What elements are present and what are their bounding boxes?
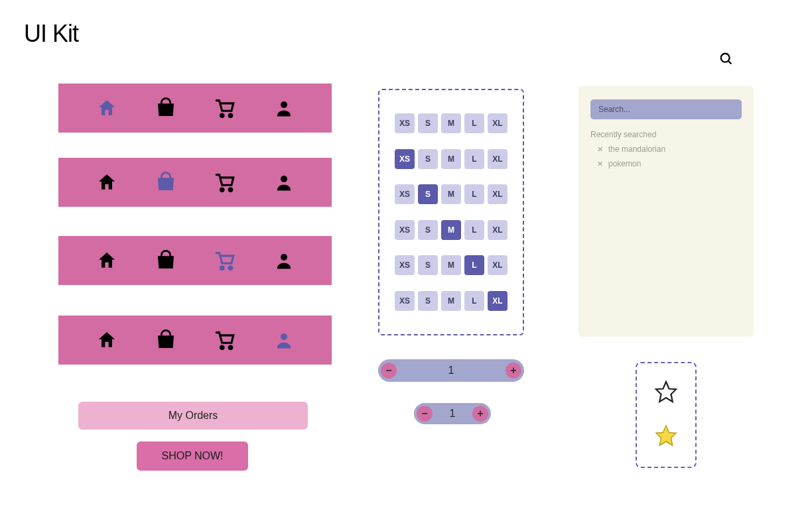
- size-xl[interactable]: XL: [488, 149, 508, 169]
- recently-searched-title: Recently searched: [590, 130, 742, 139]
- size-s[interactable]: S: [418, 220, 438, 240]
- user-icon[interactable]: [271, 327, 297, 353]
- bag-icon[interactable]: [153, 327, 178, 353]
- size-m[interactable]: M: [441, 255, 461, 275]
- svg-point-4: [281, 101, 287, 108]
- size-l[interactable]: L: [464, 220, 484, 240]
- recent-search-item[interactable]: ✕ pokemon: [597, 159, 742, 168]
- size-xs[interactable]: XS: [395, 184, 415, 204]
- size-s[interactable]: S: [418, 113, 438, 133]
- plus-button[interactable]: +: [472, 406, 488, 422]
- size-row-l: XS S M L XL: [395, 255, 508, 275]
- size-xs[interactable]: XS: [395, 255, 415, 275]
- quantity-stepper-small: − 1 +: [414, 403, 491, 424]
- size-row-s: XS S M L XL: [395, 184, 508, 204]
- size-l[interactable]: L: [464, 149, 484, 169]
- size-xl[interactable]: XL: [488, 184, 508, 204]
- size-l[interactable]: L: [464, 184, 484, 204]
- minus-button[interactable]: −: [381, 363, 397, 379]
- recent-search-label: the mandalorian: [608, 145, 665, 154]
- bag-icon[interactable]: [153, 248, 178, 273]
- cart-icon[interactable]: [212, 248, 237, 273]
- star-filled-icon[interactable]: [654, 424, 678, 450]
- cart-icon[interactable]: [212, 327, 237, 353]
- user-icon[interactable]: [271, 95, 297, 121]
- size-row-xl: XS S M L XL: [395, 291, 508, 311]
- minus-button[interactable]: −: [417, 406, 433, 422]
- size-row-xs: XS S M L XL: [395, 149, 508, 169]
- svg-marker-14: [656, 382, 676, 402]
- size-xs[interactable]: XS: [395, 149, 415, 169]
- size-l[interactable]: L: [464, 291, 484, 311]
- size-m[interactable]: M: [441, 113, 461, 133]
- nav-bar-bag-active: [58, 158, 332, 207]
- svg-point-6: [229, 188, 232, 192]
- svg-point-9: [229, 266, 232, 270]
- size-m[interactable]: M: [441, 149, 461, 169]
- recent-search-item[interactable]: ✕ the mandalorian: [597, 145, 742, 154]
- size-l[interactable]: L: [464, 113, 484, 133]
- size-s[interactable]: S: [418, 255, 438, 275]
- size-s[interactable]: S: [418, 291, 438, 311]
- cart-icon[interactable]: [212, 170, 237, 195]
- page-title: UI Kit: [24, 20, 78, 48]
- svg-point-8: [220, 266, 224, 270]
- nav-bar-cart-active: [58, 236, 332, 285]
- svg-point-12: [229, 346, 232, 349]
- svg-point-5: [220, 188, 224, 192]
- svg-point-10: [281, 254, 287, 261]
- size-xs[interactable]: XS: [395, 291, 415, 311]
- size-m[interactable]: M: [441, 291, 461, 311]
- size-m[interactable]: M: [441, 220, 461, 240]
- size-xs[interactable]: XS: [395, 220, 415, 240]
- size-xs[interactable]: XS: [395, 113, 415, 133]
- size-l[interactable]: L: [464, 255, 484, 275]
- quantity-value: 1: [448, 365, 454, 377]
- user-icon[interactable]: [271, 170, 297, 195]
- size-s[interactable]: S: [418, 184, 438, 204]
- bag-icon[interactable]: [153, 170, 178, 195]
- size-row-m: XS S M L XL: [395, 220, 508, 240]
- shop-now-button[interactable]: SHOP NOW!: [137, 441, 248, 471]
- search-input[interactable]: [590, 99, 742, 119]
- svg-line-1: [728, 61, 732, 64]
- quantity-stepper-large: − 1 +: [378, 359, 524, 382]
- size-xl[interactable]: XL: [488, 220, 508, 240]
- svg-point-2: [220, 114, 224, 117]
- quantity-value: 1: [450, 408, 456, 420]
- star-outline-icon[interactable]: [654, 380, 678, 406]
- star-panel: [636, 362, 697, 468]
- my-orders-button[interactable]: My Orders: [78, 402, 308, 430]
- svg-point-11: [220, 346, 224, 349]
- size-row-none: XS S M L XL: [395, 113, 508, 133]
- home-icon[interactable]: [94, 327, 119, 353]
- svg-point-0: [721, 54, 730, 62]
- bag-icon[interactable]: [153, 95, 178, 121]
- close-icon[interactable]: ✕: [597, 146, 603, 153]
- user-icon[interactable]: [271, 248, 297, 273]
- svg-point-3: [229, 114, 232, 117]
- search-icon[interactable]: [719, 52, 734, 69]
- size-m[interactable]: M: [441, 184, 461, 204]
- home-icon[interactable]: [94, 95, 119, 121]
- cart-icon[interactable]: [212, 95, 237, 121]
- size-xl[interactable]: XL: [488, 255, 508, 275]
- search-card: Recently searched ✕ the mandalorian ✕ po…: [578, 86, 754, 337]
- nav-bar-user-active: [58, 316, 332, 365]
- size-selector-panel: XS S M L XL XS S M L XL XS S M L XL XS S…: [378, 89, 524, 335]
- home-icon[interactable]: [94, 248, 119, 273]
- size-xl[interactable]: XL: [488, 291, 508, 311]
- recent-search-label: pokemon: [608, 159, 641, 168]
- close-icon[interactable]: ✕: [597, 160, 603, 168]
- plus-button[interactable]: +: [506, 363, 521, 379]
- size-s[interactable]: S: [418, 149, 438, 169]
- svg-marker-15: [656, 426, 676, 445]
- svg-point-13: [281, 333, 287, 340]
- svg-point-7: [281, 176, 287, 182]
- home-icon[interactable]: [94, 170, 119, 195]
- size-xl[interactable]: XL: [488, 113, 508, 133]
- nav-bar-home-active: [58, 84, 332, 133]
